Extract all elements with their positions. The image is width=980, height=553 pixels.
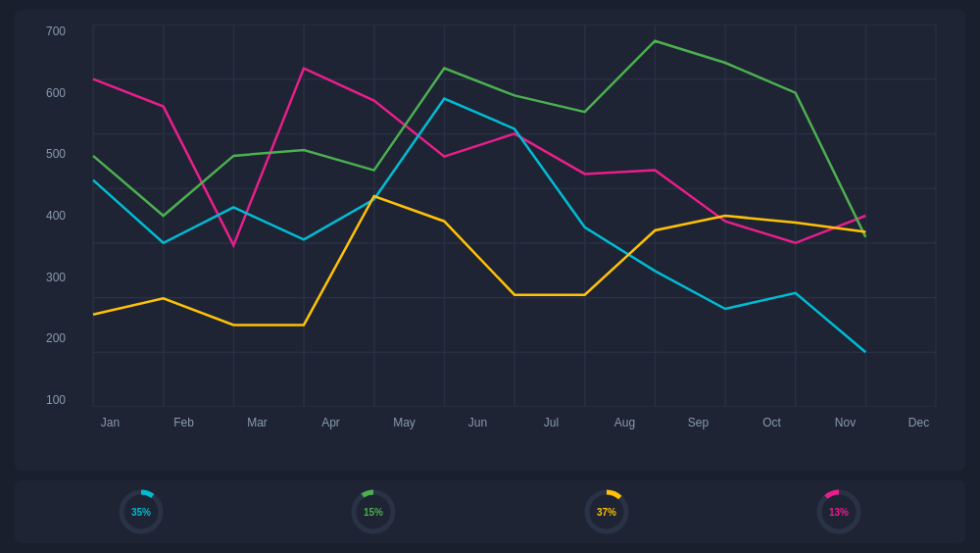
- x-label-oct: Oct: [735, 416, 808, 429]
- y-axis: 700 600 500 400 300 200 100: [24, 25, 74, 436]
- x-label-jan: Jan: [74, 416, 147, 429]
- y-label-500: 500: [46, 147, 66, 161]
- gauge-svg-4: 13%: [814, 487, 863, 536]
- y-label-300: 300: [46, 271, 66, 284]
- x-label-sep: Sep: [662, 416, 735, 429]
- svg-text:37%: 37%: [597, 507, 616, 518]
- x-label-aug: Aug: [588, 416, 662, 429]
- x-label-dec: Dec: [882, 416, 956, 429]
- yellow-line: [93, 196, 865, 325]
- y-label-100: 100: [46, 393, 66, 407]
- y-label-700: 700: [46, 25, 66, 38]
- green-line: [93, 41, 865, 237]
- gauge-item-1: 35%: [117, 487, 166, 536]
- gauge-svg-1: 35%: [117, 487, 166, 536]
- data-chart-svg: [74, 25, 956, 407]
- svg-text:35%: 35%: [131, 507, 151, 518]
- x-label-feb: Feb: [147, 416, 220, 429]
- x-label-jun: Jun: [441, 416, 514, 429]
- chart-inner: Jan Feb Mar Apr May Jun Jul Aug Sep Oct …: [74, 25, 956, 436]
- x-axis: Jan Feb Mar Apr May Jun Jul Aug Sep Oct …: [74, 416, 956, 429]
- cyan-line: [93, 99, 865, 353]
- chart-area: 700 600 500 400 300 200 100: [24, 25, 956, 436]
- y-label-400: 400: [46, 209, 66, 223]
- gauge-item-4: 13%: [814, 487, 863, 536]
- y-label-600: 600: [46, 86, 66, 100]
- svg-text:13%: 13%: [829, 507, 849, 518]
- gauge-item-2: 15%: [349, 487, 398, 536]
- gauge-svg-2: 15%: [349, 487, 398, 536]
- x-label-apr: Apr: [294, 416, 368, 429]
- x-label-nov: Nov: [808, 416, 882, 429]
- gauge-svg-3: 37%: [582, 487, 631, 536]
- x-label-jul: Jul: [514, 416, 588, 429]
- y-label-200: 200: [46, 331, 66, 345]
- x-label-may: May: [368, 416, 441, 429]
- svg-text:15%: 15%: [364, 507, 383, 518]
- gauge-item-3: 37%: [582, 487, 631, 536]
- bottom-gauges-section: 35% 15% 37% 13%: [15, 480, 965, 543]
- main-chart-container: 700 600 500 400 300 200 100: [15, 10, 965, 471]
- x-label-mar: Mar: [220, 416, 294, 429]
